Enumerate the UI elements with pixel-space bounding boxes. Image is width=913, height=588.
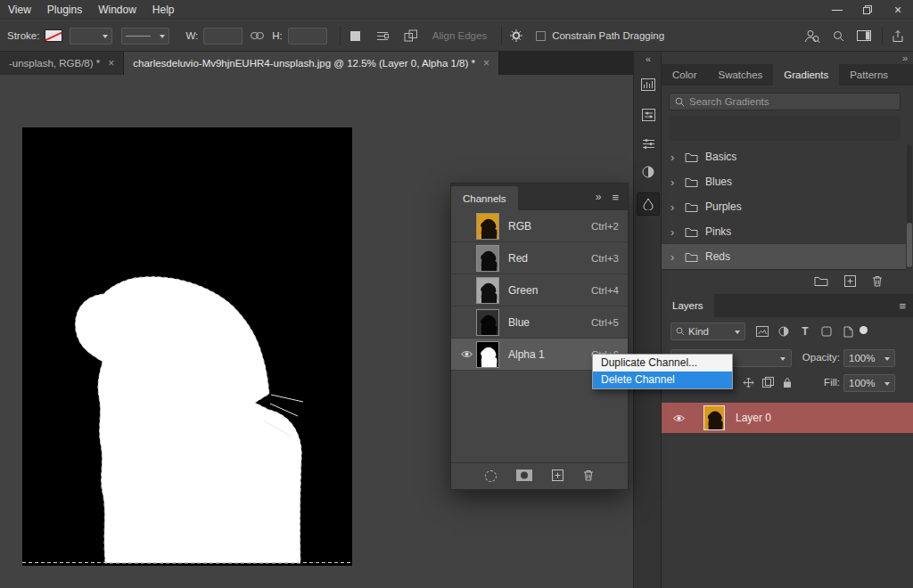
filter-toggle-icon[interactable]	[860, 326, 868, 334]
layer-visibility-eye-icon[interactable]	[672, 413, 686, 423]
channel-row-blue[interactable]: Blue Ctrl+5	[451, 306, 628, 339]
layer-filter-kind-dropdown[interactable]: Kind	[670, 323, 745, 340]
gradient-group-label: Pinks	[705, 225, 731, 238]
document-tab-inactive[interactable]: -unsplash, RGB/8) * ×	[0, 52, 124, 75]
filter-adjustment-layers-icon[interactable]	[776, 324, 792, 339]
minimize-button[interactable]: —	[822, 0, 852, 20]
menu-window[interactable]: Window	[90, 4, 144, 16]
close-button[interactable]: ×	[883, 0, 913, 20]
chevron-right-icon: ›	[670, 200, 678, 214]
gradient-group-blues[interactable]: › Blues	[662, 169, 906, 194]
tab-gradients[interactable]: Gradients	[773, 64, 839, 86]
recent-gradients-strip	[669, 116, 901, 141]
delete-channel-icon[interactable]	[583, 470, 594, 484]
save-selection-as-channel-icon[interactable]	[516, 470, 532, 484]
collapsed-panel-dock: «	[633, 52, 662, 588]
context-menu-item-delete-channel[interactable]: Delete Channel	[593, 372, 732, 388]
gradients-scrollbar[interactable]	[907, 144, 912, 269]
align-edges-label: Align Edges	[432, 30, 487, 41]
gradient-group-pinks[interactable]: › Pinks	[662, 219, 906, 244]
channel-thumbnail	[476, 213, 499, 240]
height-field[interactable]	[288, 28, 327, 45]
tab-color[interactable]: Color	[662, 64, 707, 86]
channels-panel-header[interactable]: Channels » ≡	[451, 184, 628, 210]
search-icon	[675, 97, 685, 107]
layers-panel-menu-icon[interactable]: ≡	[892, 294, 913, 317]
panel-dock: » Color Swatches Gradients Patterns › Ba…	[662, 52, 913, 588]
channel-name: Blue	[508, 316, 530, 329]
collapse-panel-icon[interactable]: »	[596, 191, 602, 203]
scrollbar-thumb[interactable]	[907, 223, 912, 267]
filter-smart-object-icon[interactable]	[840, 324, 856, 339]
path-arrangement-button[interactable]	[404, 29, 418, 42]
workspace-switcher-icon[interactable]	[857, 30, 871, 41]
link-dimensions-icon[interactable]	[250, 31, 265, 40]
tab-layers[interactable]: Layers	[662, 294, 714, 317]
path-operations-button[interactable]	[350, 30, 361, 42]
stroke-width-field[interactable]	[70, 28, 112, 45]
kind-label: Kind	[688, 326, 709, 337]
lock-artboard-icon[interactable]	[760, 376, 776, 388]
restore-button[interactable]	[852, 0, 883, 20]
visibility-eye-icon[interactable]	[456, 349, 476, 359]
menu-plugins[interactable]: Plugins	[39, 4, 90, 16]
close-tab-icon[interactable]: ×	[108, 57, 114, 69]
lock-position-icon[interactable]	[740, 376, 756, 388]
width-field[interactable]	[203, 28, 243, 45]
layer-thumbnail[interactable]	[703, 405, 725, 430]
gradient-search-box[interactable]	[669, 93, 901, 110]
channel-row-green[interactable]: Green Ctrl+4	[451, 274, 628, 306]
fill-field[interactable]: 100%	[843, 374, 895, 392]
layers-panel-tabstrip: Layers ≡	[662, 294, 913, 317]
document-tab-label: charlesdeluvio-Mv9hjnEUHR4-unsplash.jpg …	[133, 58, 475, 69]
adjustments-panel-icon[interactable]	[637, 132, 660, 155]
properties-panel-icon[interactable]	[637, 103, 660, 127]
tone-curve-panel-icon[interactable]	[637, 160, 660, 184]
gradient-group-label: Reds	[705, 250, 730, 263]
gradient-group-basics[interactable]: › Basics	[662, 144, 906, 169]
gradient-group-purples[interactable]: › Purples	[662, 194, 906, 219]
discover-search-icon[interactable]	[803, 29, 820, 44]
gradient-search-input[interactable]	[689, 96, 894, 107]
delete-gradient-icon[interactable]	[872, 275, 883, 290]
search-icon[interactable]	[833, 30, 844, 42]
chevron-down-icon	[884, 382, 890, 388]
new-gradient-icon[interactable]	[844, 275, 856, 290]
menu-help[interactable]: Help	[144, 4, 183, 16]
expand-panels-icon[interactable]: «	[634, 53, 662, 64]
stroke-color-swatch[interactable]	[45, 29, 62, 42]
filter-pixel-layers-icon[interactable]	[754, 324, 770, 339]
height-label: H:	[272, 30, 283, 41]
new-group-folder-icon[interactable]	[814, 275, 828, 289]
layer-row-layer0[interactable]: Layer 0	[662, 403, 913, 433]
collapse-panels-icon[interactable]: »	[902, 53, 908, 63]
close-tab-icon[interactable]: ×	[483, 57, 489, 69]
filter-shape-layers-icon[interactable]	[818, 324, 835, 339]
stroke-type-dropdown[interactable]	[121, 28, 169, 45]
tab-swatches[interactable]: Swatches	[707, 64, 773, 86]
document-tab-active[interactable]: charlesdeluvio-Mv9hjnEUHR4-unsplash.jpg …	[124, 52, 499, 75]
channel-row-red[interactable]: Red Ctrl+3	[451, 242, 628, 274]
gear-icon[interactable]	[509, 29, 523, 43]
photoshop-window: View Plugins Window Help — × Stroke: W: …	[0, 0, 913, 588]
share-icon[interactable]	[892, 29, 904, 43]
new-channel-icon[interactable]	[552, 470, 563, 484]
load-selection-icon[interactable]	[485, 470, 497, 482]
path-alignment-button[interactable]	[375, 30, 390, 42]
channel-row-rgb[interactable]: RGB Ctrl+2	[451, 210, 628, 242]
channels-panel-menu-icon[interactable]: ≡	[612, 191, 619, 204]
constrain-path-checkbox[interactable]	[536, 31, 546, 41]
opacity-field[interactable]: 100%	[843, 349, 895, 367]
chevron-down-icon	[735, 331, 740, 337]
gradient-group-reds[interactable]: › Reds	[662, 244, 906, 269]
document-canvas[interactable]	[22, 127, 352, 566]
tab-patterns[interactable]: Patterns	[839, 64, 899, 86]
fill-label: Fill:	[792, 377, 840, 388]
channels-panel-icon[interactable]	[637, 192, 660, 216]
context-menu-item-duplicate-channel[interactable]: Duplicate Channel...	[593, 355, 732, 372]
menu-bar: View Plugins Window Help — ×	[0, 0, 913, 20]
tab-channels[interactable]: Channels	[451, 186, 518, 210]
menu-view[interactable]: View	[0, 4, 39, 16]
histogram-panel-icon[interactable]	[637, 73, 660, 96]
filter-type-layers-icon[interactable]: T	[797, 324, 813, 339]
